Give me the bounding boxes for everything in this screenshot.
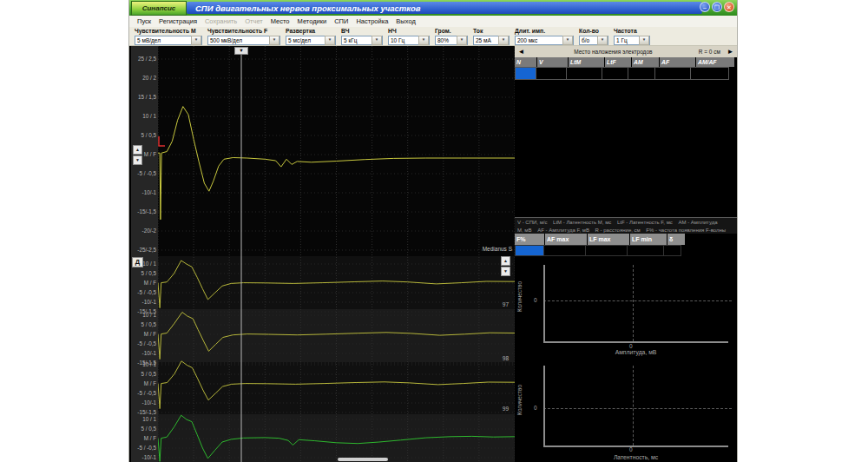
band1-scale-label: -10/-1 (142, 299, 156, 305)
electrode-table-row[interactable] (515, 67, 729, 80)
band3-scale-label: -5 / -0,5 (137, 390, 156, 396)
toolbar-group-hf-filter: ВЧ5 кГц▼ (341, 27, 383, 45)
menu-item-report[interactable]: Отчет (245, 17, 263, 25)
band2-scale-label: 10 / 1 (142, 312, 156, 318)
hf-filter-select[interactable]: 5 кГц▼ (341, 36, 383, 45)
menu-item-settings[interactable]: Настройка (356, 17, 388, 25)
horizontal-scrollbar-thumb[interactable] (338, 458, 388, 461)
cursor-marker[interactable]: ▼ (234, 47, 248, 55)
chevron-down-icon[interactable]: ▼ (372, 36, 382, 45)
column-header-LF max: LF max (588, 234, 629, 245)
sensitivity-f-select[interactable]: 500 мкВ/дел▼ (207, 36, 280, 45)
table-cell[interactable] (602, 67, 628, 80)
x-axis-zero-tick: 0 (629, 446, 633, 452)
band3-scale-label: -15/-1,5 (137, 409, 156, 415)
current-select[interactable]: 25 мА▼ (473, 36, 510, 45)
column-header-δ: δ (667, 234, 685, 245)
abbreviation-legend: V - СПИ, м/с LtM - Латентность М, мс LtF… (515, 217, 737, 234)
title-band: СПИ двигательных нервов проксимальных уч… (187, 2, 702, 14)
site-prev-arrow[interactable]: ◄ (515, 46, 528, 57)
minimize-button[interactable]: – (700, 2, 710, 12)
lf-filter-value: 10 Гц (389, 37, 404, 43)
sweep-label: Развертка (286, 28, 336, 36)
main-scale-label: 5 / 0,5 (141, 132, 156, 138)
column-header-N: N (515, 57, 536, 67)
chevron-down-icon[interactable]: ▼ (418, 36, 429, 45)
maximize-button[interactable]: ❐ (712, 2, 722, 12)
chevron-down-icon[interactable]: ▼ (562, 36, 573, 45)
volume-select[interactable]: 80%▼ (435, 36, 468, 45)
lf-filter-select[interactable]: 10 Гц▼ (388, 36, 430, 45)
f-wave-table-header: F%AF maxLF maxLF minδ (515, 234, 686, 245)
app-window: Синапсис СПИ двигательных нервов проксим… (128, 0, 738, 462)
column-header-LtF: LtF (605, 57, 631, 67)
menu-bar: ПускРегистрацияСохранитьОтчетМестоМетоди… (129, 16, 737, 28)
gain-spin-up-button[interactable]: ▲ (133, 145, 142, 155)
band1-scale-label: 10 / 1 (142, 261, 156, 267)
pulse-duration-label: Длит. имп. (515, 28, 574, 36)
sweep-select[interactable]: 5 мс/дел▼ (286, 36, 336, 45)
main-scale-label: -20/-2 (142, 228, 156, 234)
site-next-arrow[interactable]: ► (724, 46, 737, 57)
menu-item-site[interactable]: Место (271, 17, 290, 25)
column-header-LF min: LF min (630, 234, 667, 245)
trace-number: 97 (503, 301, 509, 307)
table-cell[interactable] (567, 67, 602, 80)
band2-scale-label: М / F (144, 331, 156, 337)
close-button[interactable]: ✕ (724, 2, 734, 12)
menu-item-start[interactable]: Пуск (137, 17, 151, 25)
waveform-panel: ▲ ▼ Д 25 / 2,520 / 215 / 1,510 / 15 / 0,… (131, 46, 515, 462)
pulse-duration-value: 200 мкс (516, 37, 537, 43)
chevron-down-icon[interactable]: ▼ (639, 36, 649, 45)
count-select[interactable]: б/о▼ (579, 36, 608, 45)
f-wave-table-row[interactable] (515, 245, 681, 256)
d-mode-button[interactable]: Д (132, 257, 143, 267)
table-cell[interactable] (628, 245, 664, 256)
column-header-F%: F% (515, 234, 544, 245)
menu-item-exit[interactable]: Выход (396, 17, 415, 25)
electrode-table-title: Место наложения электродов (528, 49, 699, 55)
toolbar-group-current: Ток25 мА▼ (473, 27, 510, 45)
chevron-down-icon[interactable]: ▼ (498, 36, 509, 45)
current-label: Ток (473, 28, 510, 36)
chevron-down-icon[interactable]: ▼ (325, 36, 335, 45)
frequency-select[interactable]: 1 Гц▼ (614, 36, 650, 45)
table-cell[interactable] (586, 245, 628, 256)
frequency-value: 1 Гц (615, 37, 628, 43)
toolbar-group-frequency: Частота1 Гц▼ (614, 27, 650, 45)
sensitivity-m-select[interactable]: 5 мВ/дел▼ (135, 36, 202, 45)
menu-item-save[interactable]: Сохранить (205, 17, 237, 25)
selected-cell[interactable] (515, 67, 536, 80)
table-cell[interactable] (691, 67, 729, 80)
series-label: Medianus S (483, 246, 512, 252)
frequency-label: Частота (614, 28, 650, 36)
menu-item-spi[interactable]: СПИ (334, 17, 348, 25)
legend-line: V - СПИ, м/с LtM - Латентность М, мс LtF… (517, 219, 734, 227)
table-cell[interactable] (664, 245, 681, 256)
table-cell[interactable] (628, 67, 655, 80)
main-scale-label: -10/-1 (142, 189, 156, 195)
chevron-down-icon[interactable]: ▼ (457, 36, 467, 45)
volume-label: Гром. (435, 28, 468, 36)
toolbar-group-sensitivity-m: Чувствительность М5 мВ/дел▼ (135, 27, 202, 45)
electrode-table-header: NVLtMLtFAMAFAM/AF (515, 57, 735, 67)
menu-item-registration[interactable]: Регистрация (159, 17, 197, 25)
chevron-down-icon[interactable]: ▼ (269, 36, 279, 45)
band1-scale-label: -5 / -0,5 (137, 289, 156, 295)
gain-spin-down-button[interactable]: ▼ (133, 155, 142, 165)
chevron-down-icon[interactable]: ▼ (191, 36, 201, 45)
table-cell[interactable] (544, 245, 586, 256)
band3-scale-label: -10/-1 (142, 399, 156, 406)
waveform-display (158, 46, 515, 462)
sweep-value: 5 мс/дел (286, 37, 311, 43)
pulse-duration-select[interactable]: 200 мкс▼ (515, 36, 574, 45)
trace-spin-down-button[interactable]: ▼ (501, 267, 510, 276)
trace-spin-up-button[interactable]: ▲ (501, 256, 510, 266)
column-header-AF max: AF max (545, 234, 587, 245)
table-cell[interactable] (536, 67, 567, 80)
menu-item-methods[interactable]: Методики (298, 17, 327, 25)
table-cell[interactable] (655, 67, 691, 80)
toolbar-group-count: Кол-воб/о▼ (579, 27, 608, 45)
selected-cell[interactable] (515, 245, 544, 256)
chevron-down-icon[interactable]: ▼ (597, 36, 608, 45)
